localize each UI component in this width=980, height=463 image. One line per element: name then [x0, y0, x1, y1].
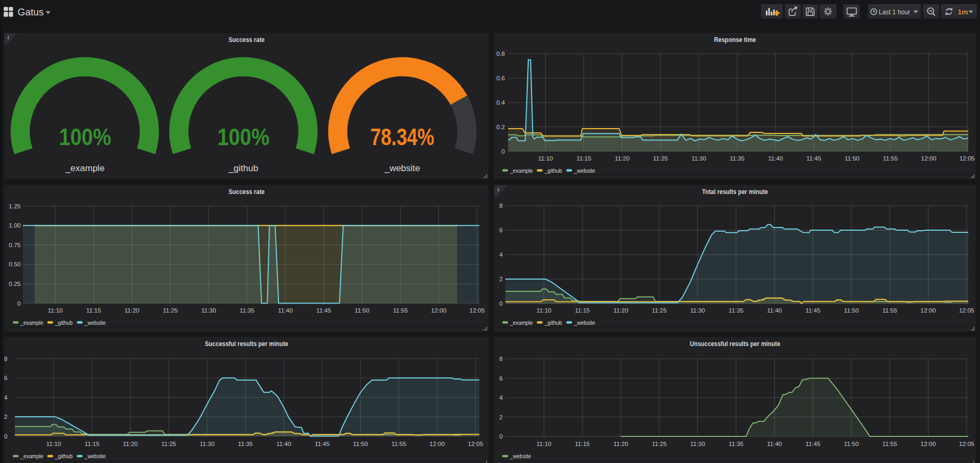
svg-text:11:55: 11:55	[882, 441, 897, 447]
svg-text:6: 6	[500, 227, 503, 233]
svg-text:11:35: 11:35	[240, 307, 255, 314]
svg-text:12:00: 12:00	[921, 155, 936, 162]
svg-text:11:15: 11:15	[575, 441, 590, 447]
svg-text:1m: 1m	[958, 8, 968, 16]
svg-text:Unsuccessful results per minut: Unsuccessful results per minute	[690, 340, 780, 348]
svg-text:0.25: 0.25	[9, 281, 21, 287]
svg-text:8: 8	[500, 356, 503, 362]
svg-text:0.8: 0.8	[496, 50, 505, 57]
svg-text:0.75: 0.75	[9, 242, 21, 248]
svg-text:11:30: 11:30	[690, 307, 705, 314]
svg-text:11:45: 11:45	[806, 307, 821, 314]
svg-text:11:55: 11:55	[393, 307, 408, 314]
svg-text:11:20: 11:20	[124, 307, 139, 314]
svg-text:11:10: 11:10	[537, 441, 552, 447]
svg-text:1.00: 1.00	[9, 222, 21, 229]
svg-text:11:35: 11:35	[238, 441, 253, 447]
svg-text:Successful results per minute: Successful results per minute	[205, 340, 289, 348]
svg-text:11:40: 11:40	[278, 307, 293, 314]
svg-text:11:25: 11:25	[653, 155, 668, 162]
svg-text:Success rate: Success rate	[229, 36, 265, 44]
svg-text:11:25: 11:25	[163, 307, 178, 314]
svg-text:12:05: 12:05	[959, 307, 974, 314]
svg-text:11:30: 11:30	[200, 441, 215, 447]
svg-text:11:35: 11:35	[730, 155, 745, 162]
svg-text:11:35: 11:35	[729, 441, 744, 447]
svg-text:_website: _website	[84, 319, 106, 326]
svg-text:0: 0	[500, 433, 503, 440]
svg-text:11:15: 11:15	[86, 307, 101, 314]
svg-text:11:25: 11:25	[652, 441, 666, 447]
svg-text:11:50: 11:50	[844, 441, 859, 447]
svg-text:_github: _github	[544, 167, 562, 174]
svg-text:12:05: 12:05	[469, 307, 485, 314]
svg-text:6: 6	[4, 375, 7, 381]
svg-text:0: 0	[502, 148, 505, 155]
svg-text:_example: _example	[20, 319, 44, 326]
svg-text:11:45: 11:45	[315, 441, 330, 447]
svg-text:1.25: 1.25	[9, 203, 21, 209]
svg-text:11:10: 11:10	[46, 441, 61, 447]
svg-text:_example: _example	[510, 319, 533, 326]
svg-text:Total results per minute: Total results per minute	[702, 188, 768, 196]
svg-text:11:15: 11:15	[575, 307, 590, 314]
svg-text:12:00: 12:00	[920, 307, 936, 314]
svg-text:11:20: 11:20	[613, 307, 628, 314]
svg-text:_website: _website	[510, 453, 531, 459]
svg-text:12:00: 12:00	[429, 441, 445, 447]
svg-text:12:05: 12:05	[959, 441, 974, 447]
svg-text:11:20: 11:20	[615, 155, 630, 162]
svg-text:8: 8	[500, 203, 503, 209]
svg-text:12:05: 12:05	[959, 155, 975, 162]
svg-text:4: 4	[500, 251, 503, 258]
svg-text:11:45: 11:45	[806, 155, 821, 162]
svg-text:_website: _website	[84, 453, 106, 459]
svg-text:11:55: 11:55	[391, 441, 406, 447]
svg-text:6: 6	[500, 375, 503, 382]
svg-text:_example: _example	[65, 163, 105, 173]
svg-text:11:45: 11:45	[806, 441, 821, 447]
svg-text:11:40: 11:40	[276, 441, 291, 447]
svg-text:11:40: 11:40	[767, 307, 782, 314]
svg-text:_github: _github	[55, 453, 73, 459]
svg-text:0: 0	[4, 433, 7, 440]
svg-text:0.6: 0.6	[496, 75, 505, 81]
svg-text:i: i	[497, 186, 499, 192]
svg-text:Last 1 hour: Last 1 hour	[879, 8, 910, 16]
svg-text:_github: _github	[55, 319, 73, 326]
svg-text:11:15: 11:15	[577, 155, 592, 162]
svg-text:11:45: 11:45	[316, 307, 331, 314]
svg-text:4: 4	[500, 394, 503, 401]
svg-text:_example: _example	[20, 453, 44, 459]
svg-text:11:10: 11:10	[538, 155, 553, 162]
svg-text:11:50: 11:50	[353, 441, 368, 447]
svg-text:11:35: 11:35	[729, 307, 744, 314]
svg-text:11:20: 11:20	[613, 441, 628, 447]
svg-text:0: 0	[18, 300, 21, 307]
svg-text:11:55: 11:55	[882, 307, 897, 314]
svg-text:_website: _website	[573, 319, 595, 326]
svg-text:12:05: 12:05	[468, 441, 483, 447]
svg-text:11:30: 11:30	[691, 155, 706, 162]
svg-text:100%: 100%	[59, 124, 111, 150]
svg-text:Success rate: Success rate	[229, 188, 265, 196]
svg-text:2: 2	[500, 414, 503, 420]
svg-text:11:20: 11:20	[123, 441, 138, 447]
svg-text:_github: _github	[228, 163, 258, 173]
svg-text:i: i	[7, 34, 9, 40]
svg-text:11:55: 11:55	[883, 155, 898, 162]
svg-text:2: 2	[500, 276, 503, 282]
svg-text:100%: 100%	[217, 124, 269, 150]
svg-text:12:00: 12:00	[920, 441, 936, 447]
svg-text:11:30: 11:30	[201, 307, 216, 314]
svg-text:0.2: 0.2	[496, 124, 505, 130]
svg-text:0.50: 0.50	[9, 261, 21, 267]
svg-text:_website: _website	[573, 167, 595, 174]
svg-text:Response time: Response time	[714, 36, 756, 44]
svg-text:11:15: 11:15	[85, 441, 99, 447]
svg-text:11:50: 11:50	[844, 155, 859, 162]
svg-text:78.34%: 78.34%	[370, 124, 434, 150]
svg-text:11:10: 11:10	[537, 307, 552, 314]
svg-text:11:25: 11:25	[162, 441, 176, 447]
svg-text:11:50: 11:50	[844, 307, 859, 314]
